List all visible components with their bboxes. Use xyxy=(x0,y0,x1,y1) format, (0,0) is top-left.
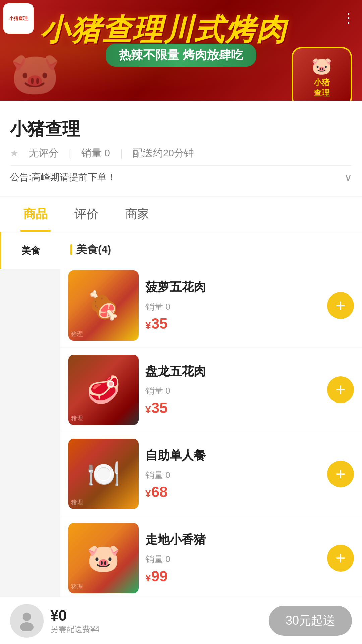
category-name: 美食(4) xyxy=(76,242,111,257)
add-to-cart-button-1[interactable]: + xyxy=(327,292,354,319)
product-image-3: 🍽️ 猪理 xyxy=(68,439,139,509)
cart-delivery-fee: 另需配送费¥4 xyxy=(50,624,262,635)
separator-2: | xyxy=(120,148,123,159)
store-name: 小猪查理 xyxy=(10,117,352,141)
bottom-bar: ¥0 另需配送费¥4 30元起送 xyxy=(0,597,362,644)
content-layout: 美食 美食(4) 🍖 猪理 菠萝五花肉 销量 0 ¥35 + xyxy=(0,232,362,607)
category-header: 美食(4) xyxy=(60,239,362,264)
store-meta: ★ 无评分 | 销量 0 | 配送约20分钟 xyxy=(10,146,352,160)
product-details-1: 菠萝五花肉 销量 0 ¥35 xyxy=(145,279,320,332)
store-info-section: 小猪查理 ★ 无评分 | 销量 0 | 配送约20分钟 公告:高峰期请提前下单！… xyxy=(0,101,362,196)
checkout-button[interactable]: 30元起送 xyxy=(269,606,352,636)
product-price-1: ¥35 xyxy=(145,315,320,332)
product-name-3: 自助单人餐 xyxy=(145,447,320,464)
tab-bar: 商品 评价 商家 xyxy=(0,197,362,232)
separator-1: | xyxy=(69,148,71,159)
add-to-cart-button-4[interactable]: + xyxy=(327,545,354,572)
watermark-1: 猪理 xyxy=(71,330,83,338)
cart-info: ¥0 另需配送费¥4 xyxy=(50,607,262,635)
cart-avatar xyxy=(10,604,44,638)
product-price-2: ¥35 xyxy=(145,399,320,416)
product-image-2: 🥩 猪理 xyxy=(68,355,139,425)
product-details-2: 盘龙五花肉 销量 0 ¥35 xyxy=(145,363,320,416)
watermark-2: 猪理 xyxy=(71,414,83,422)
product-sales-4: 销量 0 xyxy=(145,553,320,565)
more-icon[interactable]: ⋮ xyxy=(342,10,355,25)
cart-total: ¥0 xyxy=(50,607,262,624)
banner-logo-small: 小猪查理 xyxy=(3,3,34,34)
svg-point-1 xyxy=(20,622,34,631)
svg-point-0 xyxy=(23,613,31,621)
notice-bar[interactable]: 公告:高峰期请提前下单！ ∨ xyxy=(10,165,352,189)
product-price-4: ¥99 xyxy=(145,568,320,585)
product-details-3: 自助单人餐 销量 0 ¥68 xyxy=(145,447,320,500)
product-name-4: 走地小香猪 xyxy=(145,532,320,548)
watermark-4: 猪理 xyxy=(71,583,83,591)
product-list: 美食(4) 🍖 猪理 菠萝五花肉 销量 0 ¥35 + 🥩 猪理 xyxy=(60,232,362,607)
sidebar-item-food[interactable]: 美食 xyxy=(0,232,60,269)
store-logo-big: 🐷 小猪查理 xyxy=(292,47,352,101)
tab-products[interactable]: 商品 xyxy=(10,197,61,232)
avatar-icon xyxy=(17,611,37,631)
pig-decoration: 🐷 xyxy=(10,50,60,97)
tab-merchant[interactable]: 商家 xyxy=(112,197,163,232)
product-image-4: 🐷 猪理 xyxy=(68,523,139,593)
product-name-2: 盘龙五花肉 xyxy=(145,363,320,380)
watermark-3: 猪理 xyxy=(71,498,83,506)
product-name-1: 菠萝五花肉 xyxy=(145,279,320,296)
product-item: 🍽️ 猪理 自助单人餐 销量 0 ¥68 + xyxy=(60,432,362,516)
category-bar-indicator xyxy=(70,244,72,255)
tab-reviews[interactable]: 评价 xyxy=(61,197,112,232)
sales-text: 销量 0 xyxy=(81,146,110,160)
delivery-time-text: 配送约20分钟 xyxy=(133,146,194,160)
chevron-down-icon[interactable]: ∨ xyxy=(344,171,352,184)
add-to-cart-button-3[interactable]: + xyxy=(327,461,354,487)
product-item: 🍖 猪理 菠萝五花肉 销量 0 ¥35 + xyxy=(60,264,362,348)
banner: 🐷 小猪查理 小猪查理川式烤肉 热辣不限量 烤肉放肆吃 ⋮ 🐷 小猪查理 xyxy=(0,0,362,101)
star-icon: ★ xyxy=(10,148,18,159)
product-details-4: 走地小香猪 销量 0 ¥99 xyxy=(145,532,320,585)
product-sales-2: 销量 0 xyxy=(145,385,320,397)
category-sidebar: 美食 xyxy=(0,232,60,607)
product-item: 🥩 猪理 盘龙五花肉 销量 0 ¥35 + xyxy=(60,348,362,432)
rating-text: 无评分 xyxy=(28,146,59,160)
product-price-3: ¥68 xyxy=(145,484,320,500)
notice-text: 公告:高峰期请提前下单！ xyxy=(10,171,116,184)
product-sales-1: 销量 0 xyxy=(145,301,320,313)
add-to-cart-button-2[interactable]: + xyxy=(327,376,354,403)
product-image-1: 🍖 猪理 xyxy=(68,270,139,341)
product-sales-3: 销量 0 xyxy=(145,469,320,481)
product-item: 🐷 猪理 走地小香猪 销量 0 ¥99 + xyxy=(60,516,362,600)
banner-subtitle: 热辣不限量 烤肉放肆吃 xyxy=(106,44,256,67)
